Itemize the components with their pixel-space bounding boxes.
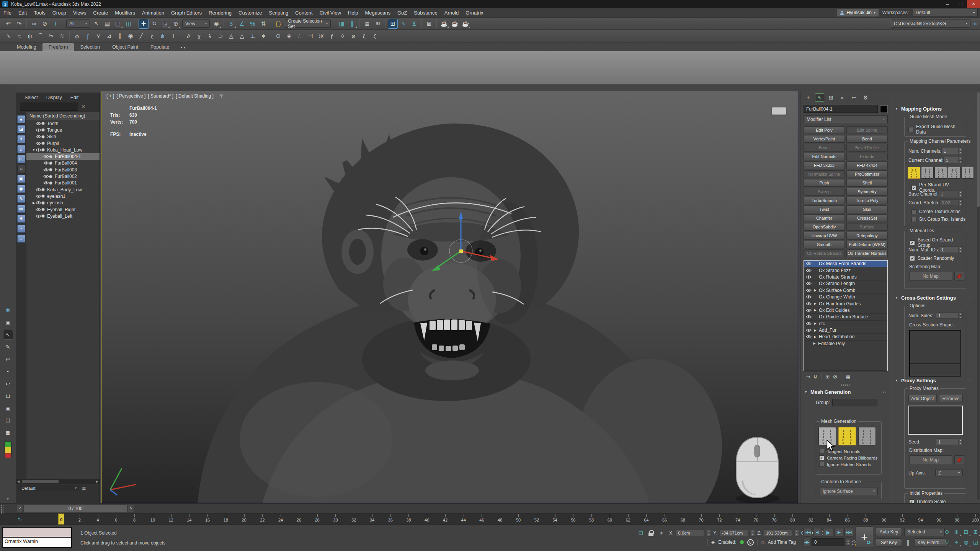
select-object-icon[interactable]: ↖ [91,19,101,29]
checkbox-icon[interactable] [908,127,913,132]
object-dot-icon[interactable] [41,128,45,132]
menu-scripting[interactable]: Scripting [266,8,292,18]
spin-down-icon[interactable]: ▼ [959,250,963,253]
ornatrix-tool-24-icon[interactable]: ∗ [258,31,268,41]
value-field[interactable]: 1 [943,157,958,163]
make-unique-icon[interactable]: ⊞ [825,373,830,380]
modifier-button[interactable]: Ox Transfer Normals [846,249,888,257]
pan-icon[interactable]: ⌖ [952,538,961,547]
object-dot-icon[interactable] [41,142,45,145]
visibility-eye-icon[interactable] [36,122,41,126]
perspective-viewport[interactable]: [ + ] [ Perspective ] [ Standard* ] [ De… [101,91,798,503]
ornatrix-tool-16-icon[interactable]: ≀ [168,31,178,41]
align-icon[interactable]: ∥ [347,19,357,29]
object-dot-icon[interactable] [41,214,45,218]
redo-icon[interactable]: ↷ [14,19,24,29]
stack-item[interactable]: Ox Guides from Surface [804,314,887,320]
stack-item[interactable]: Ox Mesh From Strands [804,261,887,267]
ornatrix-tool-5-icon[interactable]: ✂ [46,31,56,41]
checkbox-icon[interactable] [819,462,824,467]
value-field[interactable]: 1 [941,148,958,154]
ornatrix-tool-34-icon[interactable]: ζ [370,31,380,41]
set-keys-button[interactable]: + [856,527,873,548]
filter-groups-icon[interactable]: ▣ [17,175,25,183]
layer-manager-icon[interactable]: ≣ [362,19,372,29]
object-color-swatch[interactable] [880,105,888,113]
minimize-button[interactable]: ─ [941,0,954,8]
ornatrix-tool-12-icon[interactable]: ◉ [126,31,136,41]
list-icon[interactable]: ≣ [3,428,13,438]
modifier-button[interactable]: Edit Normals [804,153,845,160]
key-set-dropdown[interactable]: Selected▾ [904,528,945,536]
menu-create[interactable]: Create [90,8,111,18]
ornatrix-tool-25-icon[interactable]: ⊙ [273,31,283,41]
spin-up-icon[interactable]: ▲ [846,539,850,543]
z-coordinate-field[interactable]: 101.539cm [764,530,792,537]
scroll-right-icon[interactable]: ▶ [95,480,100,483]
close-button[interactable]: ✕ [967,0,980,8]
toolbar-overflow-button[interactable]: » [973,20,977,27]
ornatrix-tool-17-icon[interactable]: ∂ [183,31,193,41]
explorer-tab-select[interactable]: Select [24,95,38,100]
ornatrix-tool-29-icon[interactable]: Ж [316,31,326,41]
ornatrix-tool-8-icon[interactable]: ∫ [83,31,93,41]
list-item[interactable]: FurBall004-1 [26,153,100,160]
modifier-button[interactable]: ProOptimizer [846,170,888,178]
current-frame-field[interactable]: 0 [812,538,844,546]
reference-coordinate-dropdown[interactable]: View▾ [182,20,210,28]
spinner-arrows[interactable]: ▲▼ [959,246,963,253]
ribbon-tab-freeform[interactable]: Freeform [42,43,74,51]
list-item[interactable]: Koba_Body_Low [26,186,100,193]
menu-views[interactable]: Views [70,8,90,18]
mapping-mode-thumbnail[interactable] [961,167,974,179]
filter-space-warps-icon[interactable]: ≋ [17,165,25,173]
menu-file[interactable]: File [0,8,15,18]
ribbon-tab-modeling[interactable]: Modeling [11,43,42,51]
visibility-eye-icon[interactable] [806,302,812,306]
select-and-rotate-icon[interactable]: ↻ [149,19,159,29]
modifier-button[interactable]: Unwrap UVW [804,232,845,240]
explorer-tab-edit[interactable]: Edit [70,95,79,100]
object-name-field[interactable]: FurBall004-1 [804,105,878,113]
list-item[interactable]: Tooth [26,120,100,127]
modifier-list-dropdown[interactable]: Modifier List ▾ [804,115,888,123]
schematic-view-icon[interactable]: ⊠ [424,19,434,29]
menu-megascans[interactable]: Megascans [362,8,394,18]
menu-content[interactable]: Content [292,8,316,18]
next-frame-button[interactable]: |▶ [835,528,843,536]
use-pivot-point-icon[interactable]: ◉ [211,19,221,29]
object-dot-icon[interactable] [49,161,52,165]
spinner-arrows[interactable]: ▲▼ [959,148,963,154]
strand-mesh-thumbnail[interactable] [858,427,876,445]
mapping-mode-thumbnail[interactable] [908,167,920,179]
object-dot-icon[interactable] [41,208,45,211]
add-object-button[interactable]: Add Object [908,394,937,403]
ornatrix-tool-30-icon[interactable]: ƒ [327,31,337,41]
spin-down-icon[interactable]: ▼ [959,151,963,155]
mirror-icon[interactable]: ◨ [336,19,346,29]
ornatrix-tool-19-icon[interactable]: λ [205,31,215,41]
ornatrix-tool-10-icon[interactable]: ⊿ [104,31,114,41]
filter-visibility-icon[interactable]: ◔ [17,225,25,233]
proxy-settings-rollout-header[interactable]: ▼Proxy Settings [891,378,975,383]
stack-item[interactable]: Ox Change Width [804,294,887,300]
spin-up-icon[interactable]: ▲ [959,312,963,316]
viewcube[interactable] [772,107,786,115]
ornatrix-tool-27-icon[interactable]: ∴ [295,31,305,41]
menu-ornatrix[interactable]: Ornatrix [462,8,487,18]
menu-civil-view[interactable]: Civil View [316,8,345,18]
rendered-frame-window-icon[interactable]: ☕ [450,19,460,29]
filter-geometry-icon[interactable]: ● [17,115,25,123]
spinner-arrows[interactable]: ▲▼ [846,539,850,546]
percent-snap-icon[interactable]: % [248,19,258,29]
spinner-arrows[interactable]: ▲▼ [959,439,963,445]
zoom-all-icon[interactable]: ⊕ [952,527,961,536]
menu-substance[interactable]: Substance [410,8,441,18]
expander-icon[interactable]: ▶ [813,302,817,305]
ornatrix-tool-13-icon[interactable]: ╱ [136,31,146,41]
stack-item[interactable]: ▶Head_distribution [804,334,887,340]
ornatrix-tool-1-icon[interactable]: ∿ [3,31,13,41]
isolate-selection-icon[interactable]: ⊡ [636,528,646,538]
modifier-button[interactable]: Symmetry [846,188,888,196]
modifier-button[interactable]: VertexPaint [804,135,845,143]
